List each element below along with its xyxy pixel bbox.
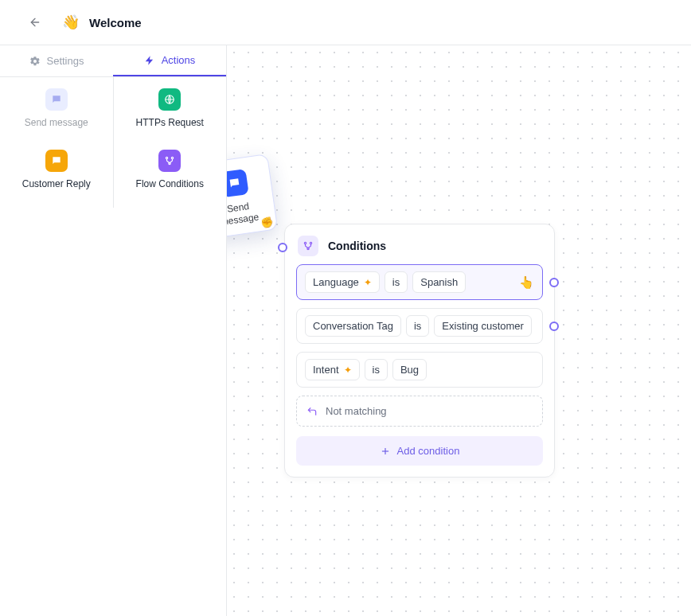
pointer-cursor-icon: 👆 bbox=[519, 275, 534, 290]
lightning-icon bbox=[144, 55, 155, 66]
sidebar: Settings Actions Send message bbox=[0, 45, 227, 616]
palette: Send message Customer Reply HTTPs Reques… bbox=[0, 77, 226, 208]
output-port[interactable] bbox=[549, 322, 559, 331]
tab-settings[interactable]: Settings bbox=[0, 45, 113, 76]
operator-token: is bbox=[365, 359, 388, 380]
svg-point-5 bbox=[304, 242, 306, 244]
not-matching-label: Not matching bbox=[326, 405, 387, 417]
card-title: Conditions bbox=[328, 240, 386, 252]
palette-customer-reply-label: Customer Reply bbox=[22, 178, 91, 190]
branch-icon bbox=[158, 150, 181, 172]
output-port[interactable] bbox=[549, 278, 559, 287]
sparkle-icon: ✦ bbox=[364, 277, 372, 288]
svg-point-6 bbox=[310, 242, 311, 244]
header: 👋 Welcome bbox=[0, 0, 691, 45]
back-button[interactable] bbox=[22, 10, 48, 35]
arrow-left-icon bbox=[29, 16, 41, 29]
value-token: Existing customer bbox=[434, 315, 532, 337]
field-token: Conversation Tag bbox=[305, 315, 401, 337]
plus-icon bbox=[380, 446, 391, 457]
operator-token: is bbox=[406, 315, 429, 337]
page-title: Welcome bbox=[89, 16, 142, 29]
globe-icon bbox=[158, 88, 181, 111]
add-condition-label: Add condition bbox=[397, 445, 460, 457]
card-header: Conditions bbox=[285, 224, 554, 264]
palette-flow-conditions[interactable]: Flow Conditions bbox=[134, 150, 205, 190]
tab-settings-label: Settings bbox=[47, 55, 84, 67]
chat-icon bbox=[227, 169, 249, 197]
return-icon bbox=[306, 406, 318, 417]
sparkle-icon: ✦ bbox=[344, 365, 352, 376]
operator-token: is bbox=[385, 271, 408, 293]
branch-icon bbox=[298, 236, 318, 256]
condition-row[interactable]: Conversation Tag is Existing customer bbox=[296, 308, 543, 344]
grab-cursor-icon: ✊ bbox=[260, 216, 274, 229]
palette-customer-reply[interactable]: Customer Reply bbox=[21, 150, 92, 190]
palette-https-request-label: HTTPs Request bbox=[136, 117, 204, 129]
add-condition-button[interactable]: Add condition bbox=[296, 436, 543, 466]
svg-point-3 bbox=[172, 157, 174, 158]
palette-flow-conditions-label: Flow Conditions bbox=[136, 178, 204, 190]
condition-row[interactable]: Intent ✦ is Bug bbox=[296, 352, 543, 388]
value-token: Bug bbox=[392, 359, 427, 380]
palette-send-message[interactable]: Send message bbox=[21, 88, 92, 129]
gear-icon bbox=[29, 56, 41, 67]
palette-https-request[interactable]: HTTPs Request bbox=[134, 88, 205, 129]
reply-icon bbox=[45, 150, 68, 172]
tab-bar: Settings Actions bbox=[0, 45, 226, 77]
wave-emoji: 👋 bbox=[62, 14, 80, 31]
palette-send-message-label: Send message bbox=[25, 117, 88, 129]
tab-actions-label: Actions bbox=[162, 54, 196, 66]
field-token: Language ✦ bbox=[305, 271, 380, 293]
value-token: Spanish bbox=[412, 271, 466, 293]
svg-point-2 bbox=[166, 157, 168, 158]
condition-row[interactable]: Language ✦ is Spanish 👆 bbox=[296, 264, 543, 300]
field-token: Intent ✦ bbox=[305, 359, 360, 380]
canvas[interactable]: Send message ✊ Conditions Language ✦ is bbox=[227, 45, 691, 616]
conditions-card[interactable]: Conditions Language ✦ is Spanish 👆 Conve… bbox=[284, 224, 555, 478]
tab-actions[interactable]: Actions bbox=[113, 45, 226, 76]
not-matching-row[interactable]: Not matching bbox=[296, 396, 543, 427]
input-port[interactable] bbox=[278, 243, 287, 252]
chat-icon bbox=[45, 88, 68, 111]
